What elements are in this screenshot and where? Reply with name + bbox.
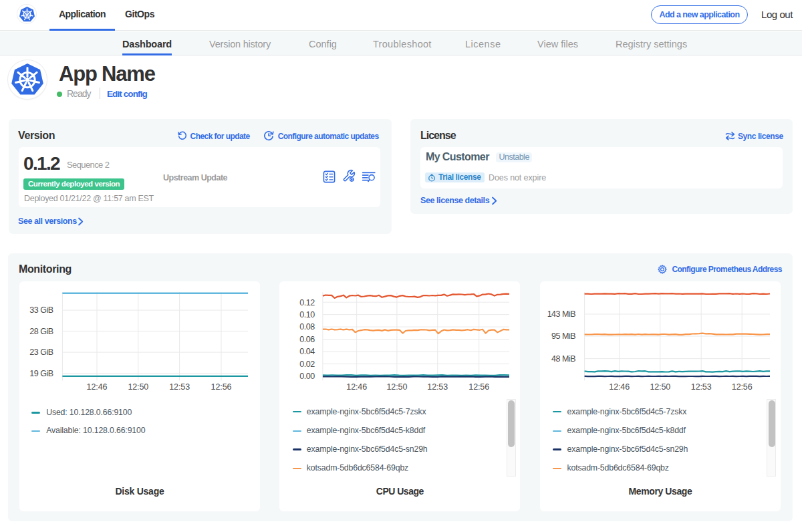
svg-text:0.04: 0.04 [300,347,315,356]
svg-text:12:56: 12:56 [211,382,232,391]
svg-text:48 MiB: 48 MiB [551,354,575,363]
svg-text:12:46: 12:46 [609,382,630,391]
svg-text:0.08: 0.08 [300,322,315,331]
svg-text:19 GiB: 19 GiB [29,369,53,378]
svg-text:12:50: 12:50 [650,382,670,391]
svg-text:0.12: 0.12 [300,297,315,307]
svg-text:12:53: 12:53 [169,382,190,391]
svg-text:23 GiB: 23 GiB [29,348,53,357]
svg-text:12:46: 12:46 [347,382,368,391]
svg-text:12:56: 12:56 [732,382,753,391]
svg-text:0.06: 0.06 [300,334,315,344]
svg-text:0.10: 0.10 [300,310,315,319]
svg-text:33 GiB: 33 GiB [29,305,53,315]
svg-text:12:53: 12:53 [428,382,448,391]
svg-text:12:46: 12:46 [87,382,108,391]
svg-text:28 GiB: 28 GiB [29,326,53,336]
svg-text:12:50: 12:50 [128,382,148,391]
svg-text:143 MiB: 143 MiB [547,309,576,319]
svg-text:0.02: 0.02 [300,359,315,368]
svg-text:12:53: 12:53 [691,382,712,391]
svg-text:95 MiB: 95 MiB [551,331,575,341]
svg-text:12:50: 12:50 [387,382,408,391]
svg-text:12:56: 12:56 [469,382,490,391]
svg-text:0.00: 0.00 [300,372,315,381]
